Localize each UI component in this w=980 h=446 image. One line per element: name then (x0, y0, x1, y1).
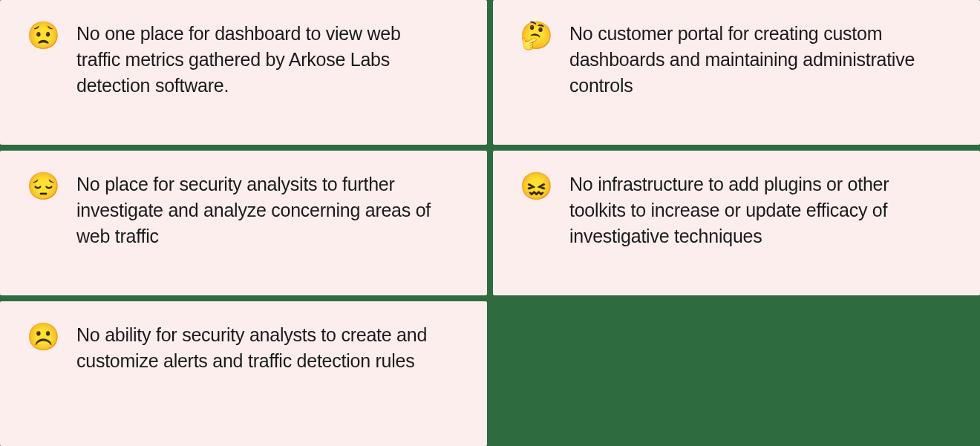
empty-cell (493, 301, 980, 446)
worried-face-icon: 😟 (27, 22, 60, 49)
problem-text: No customer portal for creating custom d… (569, 21, 926, 99)
problem-card: 😔 No place for security analysits to fur… (0, 151, 487, 295)
problem-card: 😟 No one place for dashboard to view web… (0, 0, 487, 145)
pensive-face-icon: 😔 (27, 173, 60, 200)
frowning-face-icon: ☹️ (27, 324, 60, 350)
problem-card: ☹️ No ability for security analysts to c… (0, 301, 487, 446)
problem-text: No ability for security analysts to crea… (76, 322, 433, 374)
problem-card: 😖 No infrastructure to add plugins or ot… (493, 151, 980, 295)
problem-card: 🤔 No customer portal for creating custom… (493, 0, 980, 145)
confounded-face-icon: 😖 (520, 173, 553, 200)
problem-text: No infrastructure to add plugins or othe… (569, 171, 926, 249)
problem-grid: 😟 No one place for dashboard to view web… (0, 0, 980, 446)
problem-text: No place for security analysits to furth… (76, 171, 433, 249)
thinking-face-icon: 🤔 (520, 22, 553, 49)
problem-text: No one place for dashboard to view web t… (76, 21, 433, 99)
